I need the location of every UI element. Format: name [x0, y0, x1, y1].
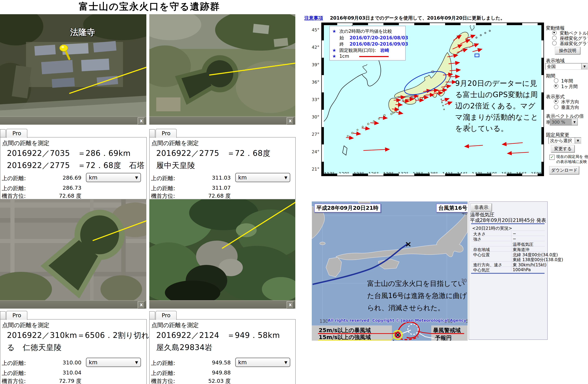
info-row-label: 中心気圧 [473, 267, 490, 273]
radio-horizontal[interactable] [554, 99, 558, 104]
tab-stub[interactable] [0, 129, 6, 137]
measure-heading: 点間の距離を測定 [2, 321, 49, 329]
satellite-view-nintoku[interactable] [0, 199, 146, 300]
measure-result-line2: 履中天皇陵 [156, 160, 195, 171]
measure-panel-1: 点間の距離を測定 2016922／7035 ＝286．69km 2016922／… [0, 137, 147, 199]
radio-period-year-label[interactable]: 1年間 [561, 78, 573, 84]
close-icon[interactable]: x [138, 117, 145, 125]
divider-top [471, 223, 545, 224]
richu-aerial-graphic [149, 14, 295, 116]
map-length-label: 上の距離: [2, 359, 26, 367]
close-icon[interactable]: x [287, 301, 294, 309]
tab-pro-4[interactable]: Pro [156, 311, 177, 320]
dropdown-arrow-icon: ▼ [135, 176, 138, 180]
tab-stub[interactable] [149, 129, 155, 137]
legend-station-label: 固定観測局(口印): [339, 48, 376, 53]
page-title: 富士山の宝永火口を守る遺跡群 [79, 0, 220, 13]
tab-pro-3[interactable]: Pro [6, 311, 27, 320]
typhoon-info-panel: 非表示 温帯低気圧 平成28年09月20日21時45分 発表 <20日21時の実… [469, 202, 548, 340]
measure-panel-4: 点間の距離を測定 2016922／2124 ＝949．58km 屋久島29834… [149, 319, 296, 384]
heading-label: 機首方位: [151, 192, 175, 200]
radio-vertical-label[interactable]: 垂直方向 [561, 104, 579, 111]
measure-result-line2: る 仁徳天皇陵 [7, 342, 62, 353]
heading-label: 機首方位: [151, 377, 175, 384]
heading-value: 72.79 度 [52, 377, 81, 384]
unit-value: km [238, 174, 247, 181]
close-icon[interactable]: x [287, 117, 294, 125]
unit-select[interactable]: km ▼ [235, 173, 290, 182]
satellite-view-richu[interactable] [149, 14, 295, 116]
change-button[interactable]: 変更する [551, 145, 575, 153]
unit-select[interactable]: km ▼ [235, 358, 290, 367]
copyright-text: All rights reserved. Copyright © Japan M… [328, 318, 466, 323]
period-label: 期間 [546, 73, 555, 79]
measure-result-line1: 2016922／2775 ＝72．68度 [156, 148, 271, 158]
map-frame-ticks-top [322, 23, 544, 25]
measure-heading: 点間の距離を測定 [151, 321, 199, 329]
notice-link[interactable]: 注意事項 [304, 15, 323, 21]
measure-result-line2: 屋久島29834岩 [156, 342, 212, 353]
info-row-label: 強さ [473, 236, 482, 242]
legend-start-label: 始 [339, 35, 344, 40]
fixed-station-select[interactable]: 次から選択 ▼ [548, 137, 581, 144]
tab-pro-2[interactable]: Pro [156, 129, 177, 138]
info-row-label: 大きさ [473, 231, 486, 237]
reflect-checkbox-label[interactable]: 現在の固定局を 他の表示地域に反映 [556, 154, 588, 164]
radio-vector-map[interactable] [552, 30, 557, 35]
tab-stub[interactable] [0, 311, 6, 319]
tab-pro-1[interactable]: Pro [6, 129, 27, 138]
satellite-view-yakushima[interactable] [149, 199, 295, 300]
map-pin-label: 法隆寺 [70, 27, 95, 38]
typhoon-name-badge: 台風第16号 [436, 203, 468, 213]
fixed-station-marker [475, 54, 479, 57]
legend-start-dates: 2016/07/20-2016/08/03 [350, 35, 408, 40]
heading-label: 機首方位: [2, 377, 26, 384]
map-length-value: 949.58 [202, 359, 231, 366]
radio-period-year[interactable] [554, 78, 558, 83]
unit-value: km [89, 359, 98, 366]
legend-forecast-circle-label: 予報円 [435, 334, 452, 341]
map-length-value: 286.69 [52, 175, 81, 181]
star-icon: ★ [332, 54, 336, 59]
ground-length-label: 上の距離: [2, 369, 26, 377]
satellite-view-horyuji[interactable]: 法隆寺 [0, 14, 146, 116]
download-button[interactable]: ダウンロード [549, 166, 579, 174]
reflect-checkbox[interactable]: ✓ [549, 155, 555, 160]
region-select[interactable]: 全国 ▼ [545, 63, 588, 70]
legend-end-dates: 2016/08/20-2016/09/03 [350, 42, 408, 47]
help-button[interactable]: 操作説明 [555, 47, 580, 54]
column-divider [511, 231, 511, 271]
typhoon-annotation-text: 富士山の宝永火口を目指していた台風16号は進路を急激に曲げられ、消滅させられた。 [367, 277, 468, 314]
vector-scale-select[interactable]: 300 % ▼ [550, 119, 578, 126]
radio-period-month-label[interactable]: 1ヶ月間 [561, 84, 578, 90]
radio-baseline-graph-label[interactable]: 基線変化グラフ [560, 41, 588, 47]
gps-vector-map[interactable]: ★ 次の2時期の平均値を比較 始 2016/07/20-2016/08/03 終… [321, 23, 544, 176]
nintoku-aerial-graphic [0, 199, 146, 300]
radio-period-month[interactable] [554, 84, 558, 89]
info-row-label: 中心位置 [473, 252, 490, 258]
radio-baseline-graph[interactable] [552, 41, 557, 45]
ground-length-label: 上の距離: [2, 185, 26, 192]
typhoon-track-map[interactable]: 130 140 15 40 30 平成28年09月20日21時 台風第16号 富… [312, 202, 468, 341]
measure-result-line1: 2016922／310km＝6506．2割り切れ [7, 330, 149, 340]
unit-select[interactable]: km ▼ [86, 358, 141, 367]
ground-length-label: 上の距離: [151, 369, 175, 377]
ground-length-value: 311.07 [202, 185, 231, 191]
radio-coord-graph[interactable] [552, 36, 557, 40]
map-length-value: 311.03 [202, 175, 231, 181]
measure-panel-3: 点間の距離を測定 2016922／310km＝6506．2割り切れ る 仁徳天皇… [0, 319, 147, 384]
star-icon: ★ [332, 29, 336, 34]
measure-heading: 点間の距離を測定 [2, 139, 49, 147]
datetime-badge: 平成28年09月20日21時 [314, 203, 381, 213]
image-toolbar: x [149, 300, 295, 309]
radio-vertical[interactable] [554, 105, 558, 109]
unit-select[interactable]: km ▼ [86, 173, 141, 182]
map-length-label: 上の距離: [2, 175, 26, 182]
close-icon[interactable]: x [138, 301, 145, 309]
unit-value: km [89, 174, 98, 181]
tab-stub[interactable] [149, 311, 155, 319]
radio-horizontal-label[interactable]: 水平方向 [561, 99, 579, 105]
hide-button[interactable]: 非表示 [471, 203, 492, 211]
dropdown-arrow-icon: ▼ [284, 360, 287, 364]
heading-label: 機首方位: [2, 192, 26, 200]
